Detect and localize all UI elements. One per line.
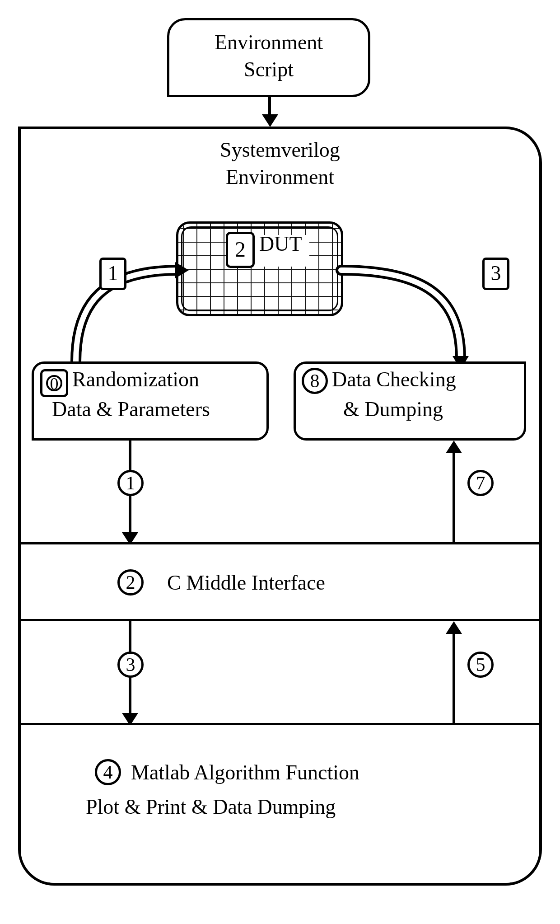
pipe-left-number: 1 xyxy=(99,258,126,290)
right-flow-number-7: 7 xyxy=(467,470,494,496)
matlab-line1: Matlab Algorithm Function xyxy=(131,761,359,785)
randomization-zero-badge: 0 xyxy=(40,369,68,397)
pipe-right-number: 3 xyxy=(482,258,509,290)
main-title-line1: Systemverilog xyxy=(18,138,542,162)
data-checking-line1: Data Checking xyxy=(332,368,456,392)
left-flow-number-1: 1 xyxy=(117,470,144,496)
svg-marker-0 xyxy=(175,262,189,278)
environment-script-line1: Environment xyxy=(167,31,370,55)
randomization-line2: Data & Parameters xyxy=(52,398,210,422)
arrow-right-7-shaft xyxy=(453,452,455,544)
matlab-line2: Plot & Print & Data Dumping xyxy=(86,795,336,819)
environment-script-box: Environment Script xyxy=(167,18,370,97)
right-flow-number-5: 5 xyxy=(467,652,494,678)
randomization-line1: Randomization xyxy=(72,368,199,392)
data-checking-number: 8 xyxy=(302,368,328,394)
dut-number-box: 2 xyxy=(226,232,255,268)
pipe-right xyxy=(336,244,490,380)
environment-script-line2: Script xyxy=(167,58,370,82)
arrow-right-5-shaft xyxy=(453,633,455,725)
matlab-number: 4 xyxy=(95,759,121,785)
c-middle-number: 2 xyxy=(117,569,144,596)
main-title-line2: Environment xyxy=(18,165,542,189)
data-checking-line2: & Dumping xyxy=(343,398,443,422)
left-flow-number-3: 3 xyxy=(117,652,144,678)
c-middle-label: C Middle Interface xyxy=(167,571,325,595)
diagram-canvas: Environment Script Systemverilog Environ… xyxy=(0,0,560,924)
arrow-right-5-head xyxy=(446,621,462,634)
dut-label: DUT xyxy=(259,232,302,256)
arrow-right-7-head xyxy=(446,441,462,453)
arrow-env-to-main-head xyxy=(262,114,278,127)
